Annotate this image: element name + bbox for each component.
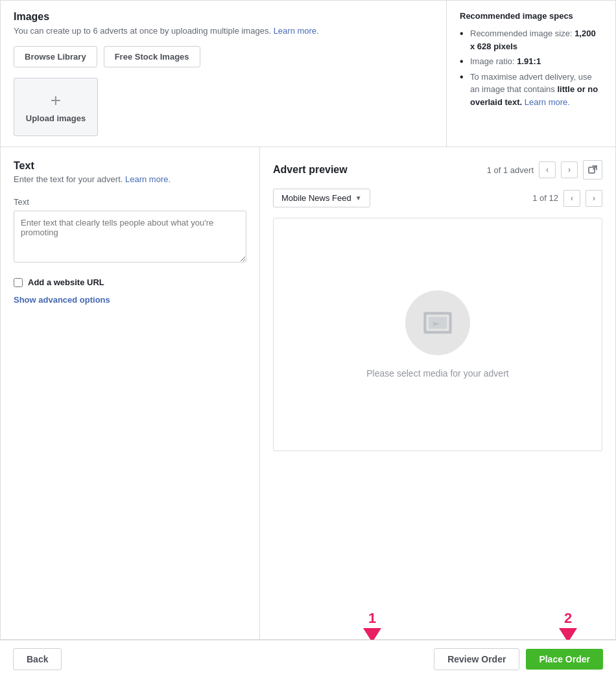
upload-plus-icon: + [51,91,61,110]
preview-page-counter: 1 of 12 [532,193,558,203]
text-section: Text Enter the text for your advert. Lea… [1,147,260,639]
external-link-button[interactable] [583,160,602,180]
preview-header: Advert preview 1 of 1 advert ‹ › [273,160,602,180]
annotation-number-1: 1 [368,611,376,625]
main-content: Text Enter the text for your advert. Lea… [0,147,616,640]
image-source-buttons: Browse Library Free Stock Images [14,46,433,67]
footer-wrapper: 1 2 Back Review Order Place Order [0,640,616,678]
dropdown-arrow-icon: ▼ [355,194,362,202]
add-url-row: Add a website URL [14,277,246,287]
free-stock-images-button[interactable]: Free Stock Images [104,46,200,67]
svg-rect-3 [429,317,447,329]
images-section: Images You can create up to 6 adverts at… [0,0,616,147]
place-order-button[interactable]: Place Order [526,649,603,670]
rec-learn-more-link[interactable]: Learn more. [525,97,570,107]
images-description: You can create up to 6 adverts at once b… [14,25,433,37]
browse-library-button[interactable]: Browse Library [14,46,97,67]
preview-format-label: Mobile News Feed [281,193,351,203]
recommended-specs-list: Recommended image size: 1,200 x 628 pixe… [460,27,602,108]
upload-label: Upload images [26,113,86,123]
preview-title: Advert preview [273,164,348,176]
rec-item-ratio: Image ratio: 1.91:1 [460,55,602,68]
text-section-description: Enter the text for your advert. Learn mo… [14,174,246,184]
images-left-panel: Images You can create up to 6 adverts at… [1,1,447,146]
rec-item-size: Recommended image size: 1,200 x 628 pixe… [460,27,602,53]
images-right-panel: Recommended image specs Recommended imag… [447,1,615,146]
back-button[interactable]: Back [13,648,62,670]
text-section-title: Text [14,160,246,172]
text-learn-more-link[interactable]: Learn more. [125,174,171,184]
next-advert-button[interactable]: › [561,161,578,178]
text-input[interactable] [14,211,246,263]
media-icon-svg [421,307,454,339]
next-page-button[interactable]: › [586,190,602,207]
preview-section: Advert preview 1 of 1 advert ‹ › Mobile [260,147,615,639]
upload-images-button[interactable]: + Upload images [14,78,98,136]
prev-page-button[interactable]: ‹ [563,190,580,207]
preview-format-dropdown[interactable]: Mobile News Feed ▼ [273,189,370,207]
recommended-specs-title: Recommended image specs [460,11,602,21]
preview-nav: 1 of 1 advert ‹ › [487,160,602,180]
media-placeholder-text: Please select media for your advert [366,368,508,379]
preview-counter: 1 of 1 advert [487,165,534,175]
review-order-button[interactable]: Review Order [434,648,519,670]
images-learn-more-link[interactable]: Learn more. [274,26,319,36]
add-url-checkbox[interactable] [14,278,23,287]
footer-actions: Review Order Place Order [434,648,603,670]
annotation-2: 2 [559,611,577,642]
footer: Back Review Order Place Order [0,640,616,678]
prev-advert-button[interactable]: ‹ [539,161,556,178]
add-url-label[interactable]: Add a website URL [28,277,104,287]
show-advanced-link[interactable]: Show advanced options [14,295,246,305]
annotation-number-2: 2 [564,611,572,625]
images-title: Images [14,11,433,23]
text-field-label: Text [14,197,246,207]
media-placeholder-icon [405,290,470,355]
external-link-icon [588,165,597,174]
preview-toolbar: Mobile News Feed ▼ 1 of 12 ‹ › [273,189,602,207]
annotation-1: 1 [363,611,381,642]
preview-area: Please select media for your advert [273,218,602,451]
rec-item-delivery: To maximise advert delivery, use an imag… [460,71,602,109]
preview-page-nav: 1 of 12 ‹ › [532,190,602,207]
